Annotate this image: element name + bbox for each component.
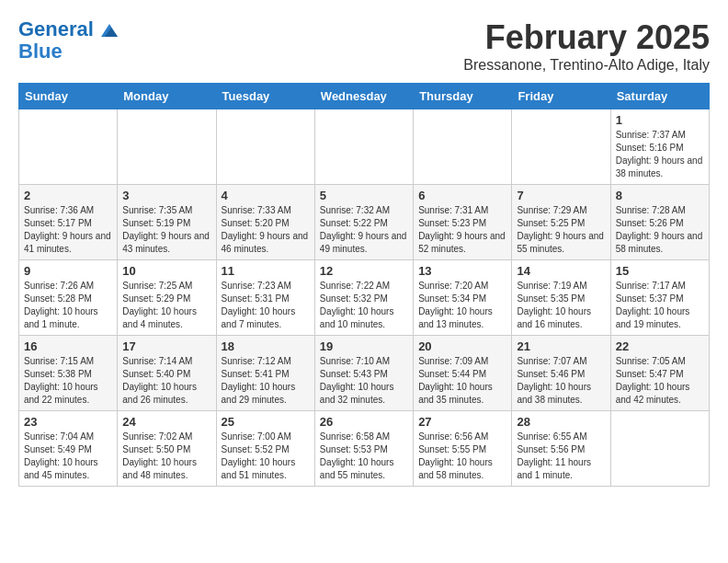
day-info: Sunrise: 7:36 AM Sunset: 5:17 PM Dayligh… bbox=[24, 204, 112, 256]
day-info: Sunrise: 7:14 AM Sunset: 5:40 PM Dayligh… bbox=[122, 355, 210, 407]
day-info: Sunrise: 7:23 AM Sunset: 5:31 PM Dayligh… bbox=[222, 280, 310, 331]
day-number: 20 bbox=[418, 339, 506, 353]
week-row-3: 9Sunrise: 7:26 AM Sunset: 5:28 PM Daylig… bbox=[19, 260, 710, 336]
week-row-4: 16Sunrise: 7:15 AM Sunset: 5:38 PM Dayli… bbox=[19, 336, 710, 411]
day-number: 11 bbox=[222, 264, 310, 278]
day-number: 22 bbox=[616, 339, 704, 353]
day-cell: 24Sunrise: 7:02 AM Sunset: 5:50 PM Dayli… bbox=[118, 411, 216, 487]
calendar-table: SundayMondayTuesdayWednesdayThursdayFrid… bbox=[18, 83, 710, 487]
day-info: Sunrise: 7:22 AM Sunset: 5:32 PM Dayligh… bbox=[320, 280, 408, 331]
logo-blue: Blue bbox=[18, 40, 118, 63]
day-cell: 19Sunrise: 7:10 AM Sunset: 5:43 PM Dayli… bbox=[314, 336, 413, 411]
day-number: 10 bbox=[122, 264, 210, 278]
day-cell bbox=[414, 109, 512, 185]
weekday-header-wednesday: Wednesday bbox=[314, 84, 413, 109]
page-header: General Blue February 2025 Bressanone, T… bbox=[18, 18, 710, 74]
logo-icon bbox=[101, 24, 118, 37]
day-cell: 7Sunrise: 7:29 AM Sunset: 5:25 PM Daylig… bbox=[512, 185, 610, 260]
week-row-1: 1Sunrise: 7:37 AM Sunset: 5:16 PM Daylig… bbox=[19, 109, 710, 185]
day-number: 16 bbox=[24, 339, 112, 353]
day-info: Sunrise: 7:05 AM Sunset: 5:47 PM Dayligh… bbox=[616, 355, 704, 407]
day-info: Sunrise: 7:07 AM Sunset: 5:46 PM Dayligh… bbox=[517, 355, 605, 407]
day-number: 25 bbox=[222, 415, 310, 429]
day-cell: 22Sunrise: 7:05 AM Sunset: 5:47 PM Dayli… bbox=[610, 336, 709, 411]
weekday-header-row: SundayMondayTuesdayWednesdayThursdayFrid… bbox=[19, 84, 710, 109]
day-number: 13 bbox=[418, 264, 506, 278]
day-number: 26 bbox=[320, 415, 408, 429]
week-row-2: 2Sunrise: 7:36 AM Sunset: 5:17 PM Daylig… bbox=[19, 185, 710, 260]
day-number: 28 bbox=[517, 415, 605, 429]
day-cell bbox=[512, 109, 610, 185]
weekday-header-thursday: Thursday bbox=[414, 84, 512, 109]
day-number: 6 bbox=[418, 189, 506, 202]
day-number: 4 bbox=[222, 189, 310, 202]
day-cell: 14Sunrise: 7:19 AM Sunset: 5:35 PM Dayli… bbox=[512, 260, 610, 336]
logo: General Blue bbox=[18, 18, 118, 63]
week-row-5: 23Sunrise: 7:04 AM Sunset: 5:49 PM Dayli… bbox=[19, 411, 710, 487]
logo-text: General bbox=[18, 18, 118, 40]
day-cell: 20Sunrise: 7:09 AM Sunset: 5:44 PM Dayli… bbox=[414, 336, 512, 411]
day-cell bbox=[314, 109, 413, 185]
day-info: Sunrise: 7:17 AM Sunset: 5:37 PM Dayligh… bbox=[616, 280, 704, 331]
day-cell: 2Sunrise: 7:36 AM Sunset: 5:17 PM Daylig… bbox=[19, 185, 118, 260]
day-info: Sunrise: 7:28 AM Sunset: 5:26 PM Dayligh… bbox=[616, 204, 704, 256]
day-number: 1 bbox=[616, 113, 704, 127]
day-info: Sunrise: 7:09 AM Sunset: 5:44 PM Dayligh… bbox=[418, 355, 506, 407]
month-title: February 2025 bbox=[463, 18, 710, 57]
day-number: 17 bbox=[122, 339, 210, 353]
day-number: 15 bbox=[616, 264, 704, 278]
day-number: 21 bbox=[517, 339, 605, 353]
day-info: Sunrise: 7:29 AM Sunset: 5:25 PM Dayligh… bbox=[517, 204, 605, 256]
day-cell: 9Sunrise: 7:26 AM Sunset: 5:28 PM Daylig… bbox=[19, 260, 118, 336]
weekday-header-sunday: Sunday bbox=[19, 84, 118, 109]
day-number: 24 bbox=[122, 415, 210, 429]
day-info: Sunrise: 7:02 AM Sunset: 5:50 PM Dayligh… bbox=[122, 431, 210, 482]
day-number: 7 bbox=[517, 189, 605, 202]
day-number: 23 bbox=[24, 415, 112, 429]
weekday-header-saturday: Saturday bbox=[610, 84, 709, 109]
day-cell: 28Sunrise: 6:55 AM Sunset: 5:56 PM Dayli… bbox=[512, 411, 610, 487]
day-cell: 15Sunrise: 7:17 AM Sunset: 5:37 PM Dayli… bbox=[610, 260, 709, 336]
day-info: Sunrise: 7:19 AM Sunset: 5:35 PM Dayligh… bbox=[517, 280, 605, 331]
day-number: 27 bbox=[418, 415, 506, 429]
day-info: Sunrise: 7:35 AM Sunset: 5:19 PM Dayligh… bbox=[122, 204, 210, 256]
day-cell: 6Sunrise: 7:31 AM Sunset: 5:23 PM Daylig… bbox=[414, 185, 512, 260]
day-number: 18 bbox=[222, 339, 310, 353]
day-cell: 12Sunrise: 7:22 AM Sunset: 5:32 PM Dayli… bbox=[314, 260, 413, 336]
day-cell: 25Sunrise: 7:00 AM Sunset: 5:52 PM Dayli… bbox=[216, 411, 314, 487]
day-cell: 8Sunrise: 7:28 AM Sunset: 5:26 PM Daylig… bbox=[610, 185, 709, 260]
day-number: 14 bbox=[517, 264, 605, 278]
weekday-header-monday: Monday bbox=[118, 84, 216, 109]
day-info: Sunrise: 7:37 AM Sunset: 5:16 PM Dayligh… bbox=[616, 129, 704, 180]
day-number: 2 bbox=[24, 189, 112, 202]
title-block: February 2025 Bressanone, Trentino-Alto … bbox=[463, 18, 710, 74]
day-cell: 23Sunrise: 7:04 AM Sunset: 5:49 PM Dayli… bbox=[19, 411, 118, 487]
day-number: 3 bbox=[122, 189, 210, 202]
day-number: 19 bbox=[320, 339, 408, 353]
day-info: Sunrise: 7:04 AM Sunset: 5:49 PM Dayligh… bbox=[24, 431, 112, 482]
day-cell bbox=[216, 109, 314, 185]
day-info: Sunrise: 7:32 AM Sunset: 5:22 PM Dayligh… bbox=[320, 204, 408, 256]
day-cell: 27Sunrise: 6:56 AM Sunset: 5:55 PM Dayli… bbox=[414, 411, 512, 487]
day-cell: 1Sunrise: 7:37 AM Sunset: 5:16 PM Daylig… bbox=[610, 109, 709, 185]
day-cell: 18Sunrise: 7:12 AM Sunset: 5:41 PM Dayli… bbox=[216, 336, 314, 411]
day-cell bbox=[118, 109, 216, 185]
day-cell: 17Sunrise: 7:14 AM Sunset: 5:40 PM Dayli… bbox=[118, 336, 216, 411]
weekday-header-friday: Friday bbox=[512, 84, 610, 109]
day-info: Sunrise: 7:25 AM Sunset: 5:29 PM Dayligh… bbox=[122, 280, 210, 331]
day-info: Sunrise: 6:55 AM Sunset: 5:56 PM Dayligh… bbox=[517, 431, 605, 482]
day-cell: 13Sunrise: 7:20 AM Sunset: 5:34 PM Dayli… bbox=[414, 260, 512, 336]
day-cell: 3Sunrise: 7:35 AM Sunset: 5:19 PM Daylig… bbox=[118, 185, 216, 260]
day-number: 5 bbox=[320, 189, 408, 202]
weekday-header-tuesday: Tuesday bbox=[216, 84, 314, 109]
day-cell: 10Sunrise: 7:25 AM Sunset: 5:29 PM Dayli… bbox=[118, 260, 216, 336]
day-number: 8 bbox=[616, 189, 704, 202]
day-info: Sunrise: 7:10 AM Sunset: 5:43 PM Dayligh… bbox=[320, 355, 408, 407]
day-cell: 16Sunrise: 7:15 AM Sunset: 5:38 PM Dayli… bbox=[19, 336, 118, 411]
day-info: Sunrise: 6:58 AM Sunset: 5:53 PM Dayligh… bbox=[320, 431, 408, 482]
day-info: Sunrise: 7:26 AM Sunset: 5:28 PM Dayligh… bbox=[24, 280, 112, 331]
day-number: 9 bbox=[24, 264, 112, 278]
day-cell: 11Sunrise: 7:23 AM Sunset: 5:31 PM Dayli… bbox=[216, 260, 314, 336]
day-number: 12 bbox=[320, 264, 408, 278]
day-info: Sunrise: 7:12 AM Sunset: 5:41 PM Dayligh… bbox=[222, 355, 310, 407]
